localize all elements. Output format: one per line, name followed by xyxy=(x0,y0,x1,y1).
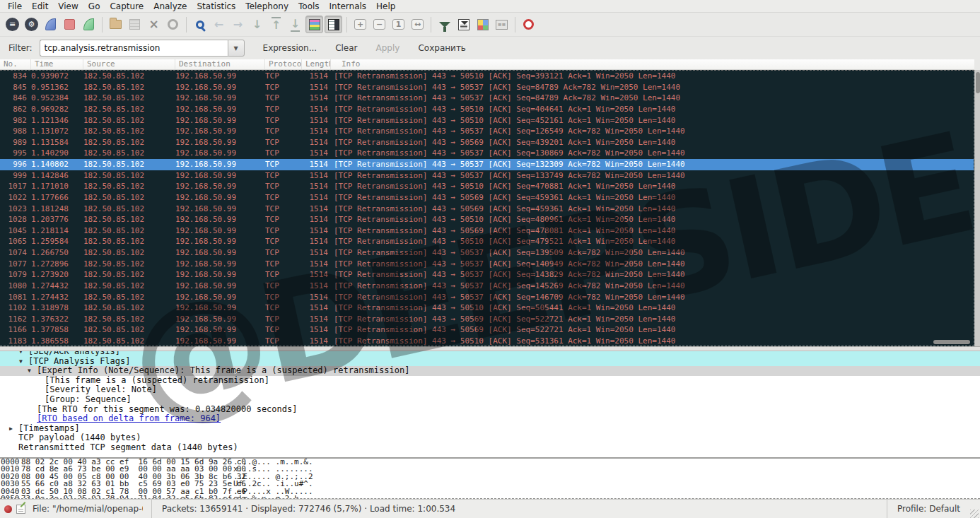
packet-details-pane[interactable]: ▼[SEQ/ACK analysis]▼[TCP Analysis Flags]… xyxy=(0,351,980,457)
save-file-button[interactable] xyxy=(126,16,144,33)
column-header-time[interactable]: Time xyxy=(31,59,83,69)
packet-row[interactable]: 8620.969282182.50.85.102192.168.50.99TCP… xyxy=(0,104,974,115)
menu-item-analyze[interactable]: Analyze xyxy=(148,1,192,12)
expression-button[interactable]: Expression... xyxy=(263,43,317,53)
detail-line[interactable]: [RTO based on delta from frame: 964] xyxy=(0,414,980,424)
packet-row[interactable]: 11021.318978182.50.85.102192.168.50.99TC… xyxy=(0,302,974,314)
detail-text[interactable]: [Expert Info (Note/Sequence): This frame… xyxy=(37,366,409,376)
hex-dump-pane[interactable]: 000088 02 2c 00 40 a3 cc ef 16 6d 00 15 … xyxy=(0,457,980,499)
horizontal-scrollbar-thumb[interactable] xyxy=(933,340,970,344)
expert-info-icon[interactable] xyxy=(4,505,12,513)
column-header-length[interactable]: Length xyxy=(302,59,331,69)
start-capture-button[interactable] xyxy=(42,16,59,33)
expander-closed-icon[interactable]: ▶ xyxy=(9,424,13,434)
menu-item-view[interactable]: View xyxy=(53,1,83,12)
packet-list-scrollbar[interactable] xyxy=(974,70,980,346)
detail-line[interactable]: TCP payload (1440 bytes) xyxy=(0,433,980,443)
detail-line[interactable]: Retransmitted TCP segment data (1440 byt… xyxy=(0,443,980,453)
expander-open-icon[interactable]: ▼ xyxy=(19,357,23,367)
menu-item-statistics[interactable]: Statistics xyxy=(192,1,240,12)
expander-open-icon[interactable]: ▼ xyxy=(28,366,31,376)
reload-button[interactable] xyxy=(164,16,182,33)
menu-item-internals[interactable]: Internals xyxy=(325,1,372,12)
preferences-button[interactable]: ≡≡ xyxy=(493,16,511,33)
menu-item-capture[interactable]: Capture xyxy=(105,1,148,12)
filter-dropdown-button[interactable]: ▼ xyxy=(228,40,245,57)
menu-item-help[interactable]: Help xyxy=(371,1,400,12)
packet-row[interactable]: 10771.272896182.50.85.102192.168.50.99TC… xyxy=(0,259,974,270)
packet-row[interactable]: 9951.140290182.50.85.102192.168.50.99TCP… xyxy=(0,148,974,159)
column-header-no[interactable]: No. xyxy=(0,59,31,69)
menu-item-edit[interactable]: Edit xyxy=(27,1,53,12)
capture-options-button[interactable]: ⚙ xyxy=(23,16,40,33)
stop-capture-button[interactable] xyxy=(61,16,78,33)
packet-row[interactable]: 8340.939072182.50.85.102192.168.50.99TCP… xyxy=(0,71,974,82)
packet-row[interactable]: 10801.274432182.50.85.102192.168.50.99TC… xyxy=(0,281,974,292)
expander-open-icon[interactable]: ▼ xyxy=(19,351,23,357)
detail-line[interactable]: [This frame is a (suspected) retransmiss… xyxy=(0,376,980,386)
packet-row[interactable]: 10791.273920182.50.85.102192.168.50.99TC… xyxy=(0,269,974,281)
scrollbar-thumb[interactable] xyxy=(976,72,980,93)
packet-row[interactable]: 10221.177666182.50.85.102192.168.50.99TC… xyxy=(0,192,974,204)
capture-filters-button[interactable] xyxy=(436,16,453,33)
detail-line[interactable]: [Severity level: Note] xyxy=(0,385,980,395)
menu-item-telephony[interactable]: Telephony xyxy=(240,1,293,12)
find-packet-button[interactable] xyxy=(191,16,209,33)
packet-row[interactable]: 10451.218114182.50.85.102192.168.50.99TC… xyxy=(0,225,974,237)
packet-row[interactable]: 9881.131072182.50.85.102192.168.50.99TCP… xyxy=(0,126,974,137)
packet-row[interactable]: 10651.259584182.50.85.102192.168.50.99TC… xyxy=(0,236,974,247)
packet-row[interactable]: 11831.386558182.50.85.102192.168.50.99TC… xyxy=(0,336,974,346)
detail-text[interactable]: [Group: Sequence] xyxy=(45,395,132,405)
help-button[interactable] xyxy=(520,16,537,33)
column-header-source[interactable]: Source xyxy=(83,59,175,69)
list-interfaces-button[interactable]: ≡ xyxy=(4,16,21,33)
resize-grip[interactable] xyxy=(970,510,979,518)
detail-text[interactable]: [TCP Analysis Flags] xyxy=(28,357,131,367)
restart-capture-button[interactable] xyxy=(80,16,98,33)
detail-text[interactable]: [Severity level: Note] xyxy=(45,385,157,395)
status-profile[interactable]: Profile: Default xyxy=(887,504,970,514)
column-header-protocol[interactable]: Protocol xyxy=(265,59,302,69)
detail-line[interactable]: ▶[Timestamps] xyxy=(0,424,980,434)
packet-row[interactable]: 9991.142846182.50.85.102192.168.50.99TCP… xyxy=(0,170,974,182)
detail-line[interactable]: [The RTO for this segment was: 0.0348200… xyxy=(0,405,980,415)
go-to-packet-button[interactable]: ↓ xyxy=(248,16,266,33)
detail-line[interactable]: ▼[TCP Analysis Flags] xyxy=(0,357,980,367)
clear-button[interactable]: Clear xyxy=(335,43,357,53)
menu-item-go[interactable]: Go xyxy=(83,1,105,12)
zoom-100-button[interactable]: 1 xyxy=(390,16,407,33)
packet-row[interactable]: 10231.181248182.50.85.102192.168.50.99TC… xyxy=(0,204,974,215)
packet-row[interactable]: 11661.377858182.50.85.102192.168.50.99TC… xyxy=(0,324,974,336)
coloring-rules-button[interactable] xyxy=(474,16,491,33)
detail-link[interactable]: [RTO based on delta from frame: 964] xyxy=(37,414,221,424)
save-filter-button[interactable]: Сохранить xyxy=(418,43,466,53)
detail-line[interactable]: ▼[SEQ/ACK analysis] xyxy=(0,351,980,357)
go-to-top-button[interactable]: ↑ xyxy=(267,16,285,33)
pane-splitter[interactable] xyxy=(0,346,980,351)
column-header-destination[interactable]: Destination xyxy=(175,59,265,69)
packet-row[interactable]: 10171.171010182.50.85.102192.168.50.99TC… xyxy=(0,181,974,192)
packet-list[interactable]: 8340.939072182.50.85.102192.168.50.99TCP… xyxy=(0,70,974,346)
detail-text[interactable]: [This frame is a (suspected) retransmiss… xyxy=(45,376,269,386)
detail-line[interactable]: ▼[Expert Info (Note/Sequence): This fram… xyxy=(0,366,980,376)
open-file-button[interactable] xyxy=(107,16,124,33)
packet-row[interactable]: 11621.376322182.50.85.102192.168.50.99TC… xyxy=(0,314,974,325)
zoom-in-button[interactable]: + xyxy=(351,16,369,33)
packet-row[interactable]: 9891.131584182.50.85.102192.168.50.99TCP… xyxy=(0,137,974,148)
filter-input[interactable] xyxy=(40,40,228,57)
close-file-button[interactable]: × xyxy=(145,16,163,33)
detail-line[interactable]: [Group: Sequence] xyxy=(0,395,980,405)
detail-text[interactable]: [Timestamps] xyxy=(18,424,80,434)
display-filters-button[interactable] xyxy=(455,16,472,33)
packet-row[interactable]: 8450.951362182.50.85.102192.168.50.99TCP… xyxy=(0,82,974,93)
packet-row[interactable]: 8460.952384182.50.85.102192.168.50.99TCP… xyxy=(0,93,974,104)
colorize-list-button[interactable] xyxy=(305,16,323,33)
menu-item-tools[interactable]: Tools xyxy=(293,1,325,12)
packet-row[interactable]: 10741.266750182.50.85.102192.168.50.99TC… xyxy=(0,247,974,259)
capture-comment-icon[interactable] xyxy=(16,505,25,514)
column-header-info[interactable]: Info xyxy=(331,59,974,69)
resize-columns-button[interactable]: ↔ xyxy=(409,16,426,33)
packet-row[interactable]: 10811.274432182.50.85.102192.168.50.99TC… xyxy=(0,292,974,303)
packet-row[interactable]: 9961.140802182.50.85.102192.168.50.99TCP… xyxy=(0,159,974,170)
auto-scroll-button[interactable] xyxy=(325,16,342,33)
